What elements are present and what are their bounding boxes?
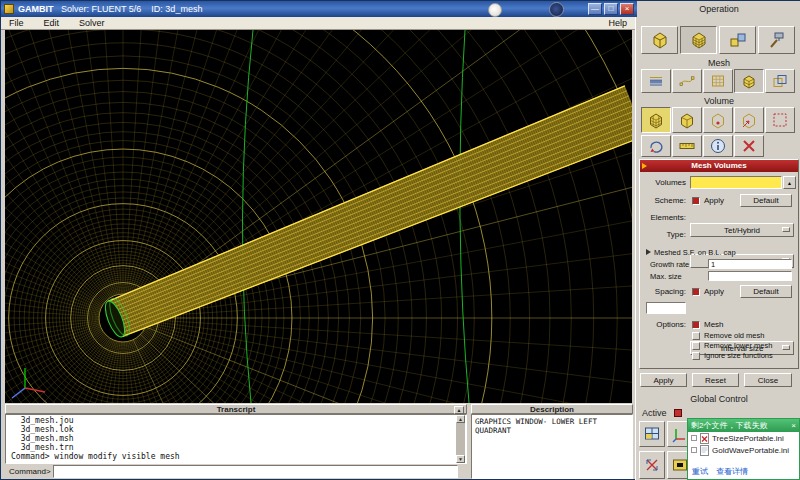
submap-volume-button[interactable]	[672, 107, 702, 133]
minimize-button[interactable]: —	[588, 3, 602, 15]
overlay-badge-icon	[549, 2, 564, 17]
max-size-label: Max. size	[650, 272, 682, 281]
popup-file-row[interactable]: GoldWavePortable.ini	[688, 444, 799, 456]
download-popup: 剩2个文件，下载失败 × TreeSizePortable.ini GoldWa…	[687, 418, 800, 480]
transcript-line: Command> window modify visible mesh	[11, 452, 466, 461]
scroll-down-icon[interactable]: ▼	[456, 455, 465, 463]
mesh-operation-button[interactable]	[680, 26, 717, 54]
growth-rate-input[interactable]: 1	[708, 259, 792, 269]
delete-mesh-button[interactable]	[734, 135, 764, 157]
transcript-header: Transcript ▲	[5, 404, 467, 414]
mesh-direction-button[interactable]	[734, 107, 764, 133]
fit-to-window-button[interactable]	[639, 451, 665, 479]
scheme-label: Scheme:	[642, 196, 686, 205]
menu-solver[interactable]: Solver	[79, 18, 105, 28]
tools-operation-button[interactable]	[758, 26, 795, 54]
remove-old-mesh-checkbox[interactable]	[692, 332, 700, 340]
spacing-apply-checkbox[interactable]	[692, 288, 700, 296]
unmesh-volume-button[interactable]	[765, 107, 795, 133]
spacing-value-input[interactable]	[646, 302, 686, 314]
graphics-viewport[interactable]	[5, 30, 632, 403]
transcript-line: 3d_mesh.lok	[11, 425, 466, 434]
group-mesh-button[interactable]	[765, 69, 795, 93]
remove-old-mesh-label: Remove old mesh	[704, 331, 764, 340]
ignore-size-functions-label: Ignore size functions	[704, 351, 773, 360]
boundary-layer-button[interactable]	[641, 69, 671, 93]
scrollbar-track[interactable]	[456, 423, 465, 455]
close-button[interactable]: ×	[620, 3, 634, 15]
menu-bar: File Edit Solver Help	[1, 17, 635, 30]
active-label: Active	[642, 408, 667, 418]
form-title: Mesh Volumes	[691, 161, 746, 170]
volumes-pick-button[interactable]: ▲	[783, 176, 796, 189]
command-label: Command>	[9, 467, 51, 476]
edge-mesh-button[interactable]	[672, 69, 702, 93]
mesh-option-checkbox[interactable]	[692, 321, 700, 329]
window-title-text: Solver: FLUENT 5/6 ID: 3d_mesh	[54, 4, 203, 14]
remove-lower-mesh-label: Remove lower mesh	[704, 341, 772, 350]
global-control-row-2	[639, 451, 693, 479]
volume-label: Volume	[636, 96, 800, 106]
vertex-type-button[interactable]	[703, 107, 733, 133]
scheme-apply-checkbox[interactable]	[692, 197, 700, 205]
reset-button[interactable]: Reset	[692, 373, 739, 387]
check-size-button[interactable]	[672, 135, 702, 157]
transcript-scrollbar[interactable]: ▲ ▼	[456, 415, 465, 463]
blcap-toggle-icon[interactable]	[646, 249, 651, 255]
transcript-title: Transcript	[217, 405, 256, 414]
quadrant-layout-button[interactable]	[639, 421, 665, 447]
transcript-log: 3d_mesh.jou 3d_mesh.lok 3d_mesh.msh 3d_m…	[5, 414, 467, 464]
scroll-up-icon[interactable]: ▲	[456, 415, 465, 423]
menu-edit[interactable]: Edit	[44, 18, 60, 28]
form-title-bar[interactable]: Mesh Volumes	[640, 160, 798, 172]
retry-link[interactable]: 重试	[692, 466, 708, 477]
command-input[interactable]	[53, 465, 458, 478]
zones-operation-button[interactable]	[719, 26, 756, 54]
app-name: GAMBIT	[18, 4, 54, 14]
maximize-button[interactable]: □	[604, 3, 618, 15]
app-icon	[4, 4, 14, 14]
active-cube-icon	[674, 409, 682, 417]
close-form-button[interactable]: Close	[744, 373, 792, 387]
popup-header[interactable]: 剩2个文件，下载失败 ×	[688, 419, 799, 432]
option-menu-bar-icon	[782, 227, 790, 232]
geometry-operation-button[interactable]	[641, 26, 678, 54]
volumes-input[interactable]	[690, 176, 782, 189]
type-label: Type:	[642, 230, 686, 239]
description-title: Description	[530, 405, 574, 414]
remove-lower-mesh-checkbox[interactable]	[692, 342, 700, 350]
transcript-line: 3d_mesh.msh	[11, 434, 466, 443]
elements-dropdown[interactable]: Tet/Hybrid	[690, 223, 794, 237]
smooth-mesh-button[interactable]	[641, 135, 671, 157]
file-name[interactable]: GoldWavePortable.ini	[712, 446, 789, 455]
volume-command-row-2	[641, 135, 764, 157]
scheme-default-button[interactable]: Default	[740, 194, 792, 207]
option-menu-bar-icon	[782, 345, 790, 350]
menu-help[interactable]: Help	[608, 18, 627, 28]
face-mesh-button[interactable]	[703, 69, 733, 93]
transcript-line: 3d_mesh.trn	[11, 443, 466, 452]
file-name[interactable]: TreeSizePortable.ini	[712, 434, 784, 443]
popup-actions: 重试 查看详情	[692, 466, 748, 477]
window-controls: — □ ×	[588, 3, 634, 15]
growth-rate-label: Growth rate	[650, 260, 689, 269]
mesh-volumes-button[interactable]	[641, 107, 671, 133]
title-bar[interactable]: GAMBIT Solver: FLUENT 5/6 ID: 3d_mesh — …	[1, 1, 637, 17]
file-icon	[700, 445, 709, 456]
blcap-label: Meshed S.F. on B.L. cap	[654, 248, 736, 257]
max-size-input[interactable]	[708, 271, 792, 281]
transcript-expand-button[interactable]: ▲	[454, 406, 464, 414]
file-checkbox[interactable]	[691, 435, 697, 441]
popup-close-icon[interactable]: ×	[791, 419, 796, 432]
ignore-size-functions-checkbox[interactable]	[692, 352, 700, 360]
view-details-link[interactable]: 查看详情	[716, 466, 748, 477]
file-checkbox[interactable]	[691, 447, 697, 453]
menu-file[interactable]: File	[9, 18, 24, 28]
summarize-info-button[interactable]	[703, 135, 733, 157]
options-label: Options:	[642, 320, 686, 329]
mesh-toolbar	[641, 69, 795, 93]
spacing-default-button[interactable]: Default	[740, 285, 792, 298]
volume-mesh-button[interactable]	[734, 69, 764, 93]
popup-file-row[interactable]: TreeSizePortable.ini	[688, 432, 799, 444]
apply-button[interactable]: Apply	[640, 373, 687, 387]
